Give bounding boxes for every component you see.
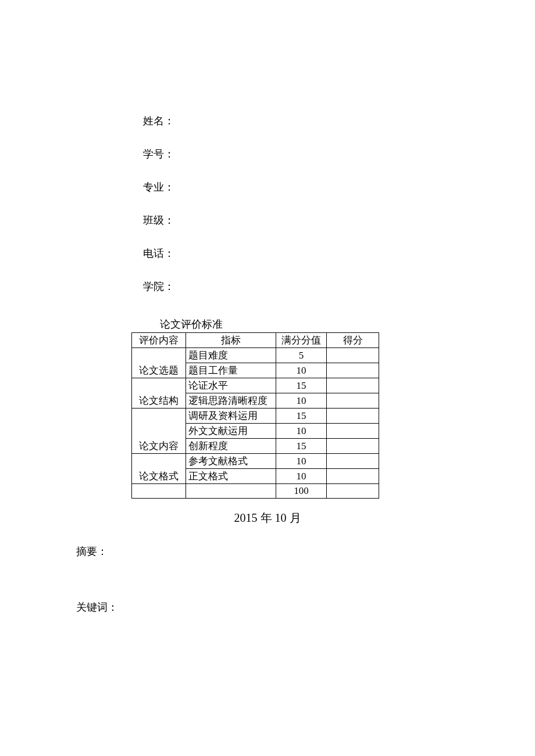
- table-title: 论文评价标准: [160, 317, 223, 331]
- score-cell: [327, 393, 379, 409]
- header-indicator: 指标: [186, 333, 276, 348]
- indicator-cell: 正文格式: [186, 469, 276, 484]
- table-row: 论文结构 论证水平 15: [132, 378, 379, 393]
- indicator-cell: 论证水平: [186, 378, 276, 393]
- phone-label: 电话：: [143, 246, 174, 261]
- student-id-label: 学号：: [143, 146, 174, 162]
- score-cell: [327, 348, 379, 363]
- keywords-label: 关键词：: [76, 600, 118, 614]
- score-cell: [327, 409, 379, 424]
- name-label: 姓名：: [143, 113, 174, 129]
- header-max-score: 满分分值: [276, 333, 327, 348]
- header-score: 得分: [327, 333, 379, 348]
- score-cell: [327, 363, 379, 378]
- abstract-label: 摘要：: [76, 544, 108, 558]
- table-row: 论文格式 参考文献格式 10: [132, 454, 379, 469]
- category-cell: 论文选题: [132, 348, 186, 378]
- category-cell: 论文格式: [132, 454, 186, 484]
- max-score-cell: 5: [276, 348, 327, 363]
- student-info-section: 姓名： 学号： 专业： 班级： 电话： 学院：: [143, 113, 174, 312]
- total-score-cell: [327, 484, 379, 499]
- score-cell: [327, 469, 379, 484]
- category-cell: 论文结构: [132, 378, 186, 409]
- max-score-cell: 10: [276, 469, 327, 484]
- indicator-cell: 调研及资料运用: [186, 409, 276, 424]
- college-label: 学院：: [143, 279, 174, 295]
- score-cell: [327, 454, 379, 469]
- indicator-cell: 题目难度: [186, 348, 276, 363]
- max-score-cell: 15: [276, 409, 327, 424]
- max-score-cell: 10: [276, 424, 327, 439]
- total-indicator-cell: [186, 484, 276, 499]
- category-cell: 论文内容: [132, 409, 186, 454]
- table-row: 论文选题 题目难度 5: [132, 348, 379, 363]
- evaluation-table: 评价内容 指标 满分分值 得分 论文选题 题目难度 5 题目工作量 10 论文结…: [131, 332, 379, 499]
- max-score-cell: 15: [276, 378, 327, 393]
- total-category-cell: [132, 484, 186, 499]
- score-cell: [327, 378, 379, 393]
- max-score-cell: 15: [276, 439, 327, 454]
- score-cell: [327, 424, 379, 439]
- date-text: 2015 年 10 月: [0, 510, 535, 526]
- table-row: 论文内容 调研及资料运用 15: [132, 409, 379, 424]
- indicator-cell: 参考文献格式: [186, 454, 276, 469]
- max-score-cell: 10: [276, 393, 327, 409]
- indicator-cell: 创新程度: [186, 439, 276, 454]
- table-header-row: 评价内容 指标 满分分值 得分: [132, 333, 379, 348]
- indicator-cell: 外文文献运用: [186, 424, 276, 439]
- major-label: 专业：: [143, 180, 174, 195]
- score-cell: [327, 439, 379, 454]
- header-category: 评价内容: [132, 333, 186, 348]
- indicator-cell: 题目工作量: [186, 363, 276, 378]
- indicator-cell: 逻辑思路清晰程度: [186, 393, 276, 409]
- class-label: 班级：: [143, 213, 174, 228]
- max-score-cell: 10: [276, 454, 327, 469]
- table-total-row: 100: [132, 484, 379, 499]
- total-max-cell: 100: [276, 484, 327, 499]
- max-score-cell: 10: [276, 363, 327, 378]
